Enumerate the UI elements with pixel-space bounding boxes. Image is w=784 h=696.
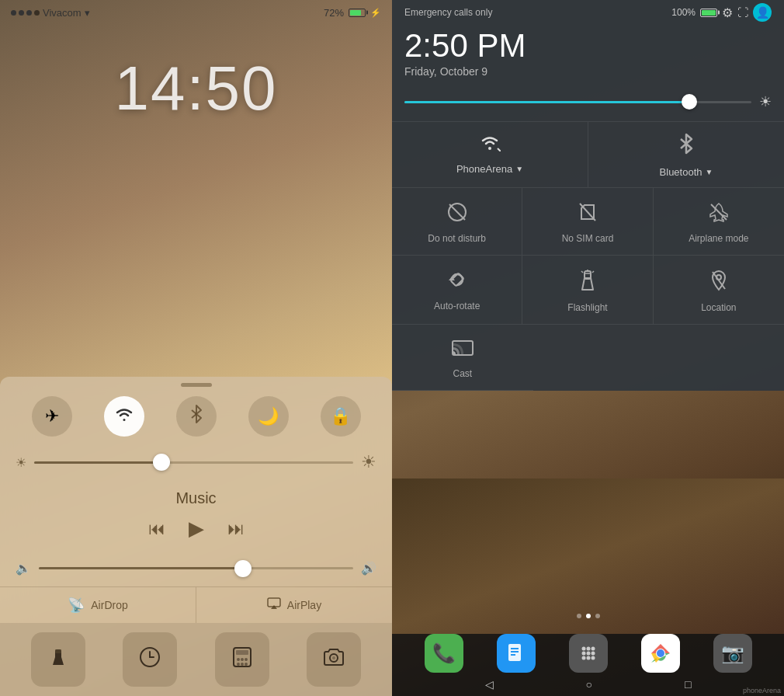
ios-forward-button[interactable]: ⏭ — [227, 519, 245, 539]
android-dock-apps: 📞 — [392, 634, 784, 673]
android-flashlight-tile[interactable]: Flashlight — [522, 256, 653, 325]
ios-music-widget: Music ⏮ ▶ ⏭ — [0, 485, 392, 561]
ios-airdrop-button[interactable]: 📡 AirDrop — [0, 587, 196, 623]
ios-battery-fill — [350, 10, 361, 16]
android-tiles-top: PhoneArena ▼ Bluetooth ▼ — [392, 121, 784, 187]
android-battery-icon — [700, 9, 717, 17]
ios-drag-handle[interactable] — [181, 383, 212, 387]
ios-brightness-thumb[interactable] — [153, 454, 170, 471]
android-rotate-tile[interactable]: Auto-rotate — [392, 256, 522, 325]
ios-clock-button[interactable] — [123, 632, 177, 687]
ios-clock: 14:50 — [0, 22, 392, 140]
ios-camera-button[interactable] — [307, 632, 361, 687]
android-brightness-icon: ☀ — [759, 93, 772, 110]
svg-rect-7 — [236, 650, 248, 655]
android-avatar[interactable]: 👤 — [753, 3, 772, 22]
ios-brightness-track[interactable] — [34, 461, 353, 464]
svg-line-16 — [498, 148, 501, 151]
ios-share-row: 📡 AirDrop AirPlay — [0, 586, 392, 623]
android-settings-icon[interactable]: ⚙ — [722, 5, 733, 20]
android-nosim-tile[interactable]: No SIM card — [522, 188, 653, 256]
android-camera-app[interactable]: 📷 — [713, 634, 752, 673]
android-emergency-text: Emergency calls only — [404, 7, 492, 18]
ios-wifi-toggle[interactable] — [104, 396, 144, 437]
ios-volume-row: 🔈 🔊 — [0, 561, 392, 586]
ios-wifi-icon-toggle — [114, 405, 134, 427]
android-cast-tile[interactable]: Cast — [392, 325, 533, 391]
ios-status-left: Vivacom ▾ — [11, 7, 90, 19]
ios-status-bar: Vivacom ▾ 72% ⚡ — [0, 0, 392, 22]
ios-brightness-fill — [34, 461, 161, 464]
android-battery-text: 100% — [671, 7, 696, 18]
ios-donotdisturb-toggle[interactable]: 🌙 — [248, 396, 289, 437]
android-bt-label: Bluetooth — [660, 166, 702, 178]
android-date: Friday, October 9 — [404, 65, 772, 78]
svg-point-15 — [332, 656, 335, 659]
android-recent-button[interactable]: □ — [685, 678, 691, 691]
ios-airplane-toggle[interactable]: ✈ — [32, 396, 72, 437]
android-wifi-tile-icon — [479, 133, 501, 157]
ios-volume-thumb[interactable] — [234, 560, 252, 577]
android-chrome-app[interactable] — [641, 634, 680, 673]
ios-bluetooth-toggle[interactable] — [176, 396, 217, 437]
svg-point-36 — [586, 647, 590, 651]
ios-carrier: Vivacom — [43, 7, 82, 19]
ios-music-title: Music — [16, 489, 376, 507]
ios-flashlight-icon — [47, 646, 69, 673]
android-cast-status-icon: ⛶ — [737, 6, 748, 19]
android-bt-label-row: Bluetooth ▼ — [660, 166, 713, 178]
android-battery-fill — [702, 10, 716, 16]
ios-control-center: ✈ — [0, 377, 392, 696]
android-wifi-dropdown[interactable]: ▼ — [515, 165, 523, 173]
android-location-tile[interactable]: Location — [654, 256, 784, 325]
ios-clock-icon — [139, 646, 161, 673]
svg-line-25 — [581, 271, 583, 273]
android-bluetooth-tile[interactable]: Bluetooth ▼ — [588, 122, 784, 187]
android-airplane-icon — [709, 202, 729, 227]
ios-volume-track[interactable] — [39, 567, 353, 569]
ios-calculator-button[interactable] — [215, 632, 269, 687]
android-airplane-tile[interactable]: Airplane mode — [654, 188, 784, 256]
android-dock: 📞 — [392, 634, 784, 696]
android-location-icon — [710, 270, 727, 296]
ios-status-right: 72% ⚡ — [324, 7, 381, 19]
android-status-right: 100% ⚙ ⛶ 👤 — [671, 3, 772, 22]
svg-line-18 — [449, 204, 465, 220]
android-wifi-tile[interactable]: PhoneArena ▼ — [392, 122, 588, 187]
svg-point-42 — [586, 656, 590, 660]
android-apps-button[interactable] — [569, 634, 608, 673]
android-phone-app[interactable]: 📞 — [425, 634, 463, 673]
ios-rotation-toggle[interactable]: 🔒 — [321, 396, 361, 437]
android-back-button[interactable]: ◁ — [485, 678, 494, 691]
android-wifi-label: PhoneArena — [456, 163, 512, 175]
svg-rect-22 — [450, 273, 463, 287]
android-nosim-label: No SIM card — [562, 233, 614, 244]
android-nosim-icon — [578, 202, 597, 227]
ios-flashlight-button[interactable] — [31, 632, 85, 687]
ios-volume-fill — [39, 567, 243, 569]
ios-airplay-button[interactable]: AirPlay — [196, 587, 392, 623]
svg-point-39 — [586, 652, 590, 656]
svg-line-26 — [592, 271, 594, 273]
android-dnd-icon — [447, 202, 467, 227]
android-home-button[interactable]: ○ — [586, 678, 592, 691]
android-docs-app[interactable] — [497, 634, 536, 673]
ios-music-controls: ⏮ ▶ ⏭ — [16, 517, 376, 541]
android-bt-dropdown[interactable]: ▼ — [706, 168, 713, 176]
ios-volume-low-icon: 🔈 — [16, 561, 31, 576]
android-dot-1 — [577, 614, 581, 618]
ios-signal — [11, 10, 40, 16]
ios-rewind-button[interactable]: ⏮ — [148, 519, 165, 539]
android-rotate-label: Auto-rotate — [434, 301, 480, 311]
android-time: 2:50 PM — [404, 28, 772, 64]
ios-toggles-row: ✈ — [0, 396, 392, 449]
svg-point-11 — [237, 663, 240, 666]
android-brightness-track[interactable] — [404, 101, 751, 103]
ios-battery-pct: 72% — [324, 7, 344, 19]
android-wallpaper — [392, 478, 784, 634]
android-brightness-thumb[interactable] — [682, 94, 697, 110]
ios-play-button[interactable]: ▶ — [189, 517, 204, 541]
android-status-bar: Emergency calls only 100% ⚙ ⛶ 👤 — [392, 0, 784, 23]
android-brightness-row: ☀ — [392, 89, 784, 121]
android-dnd-tile[interactable]: Do not disturb — [392, 188, 522, 256]
